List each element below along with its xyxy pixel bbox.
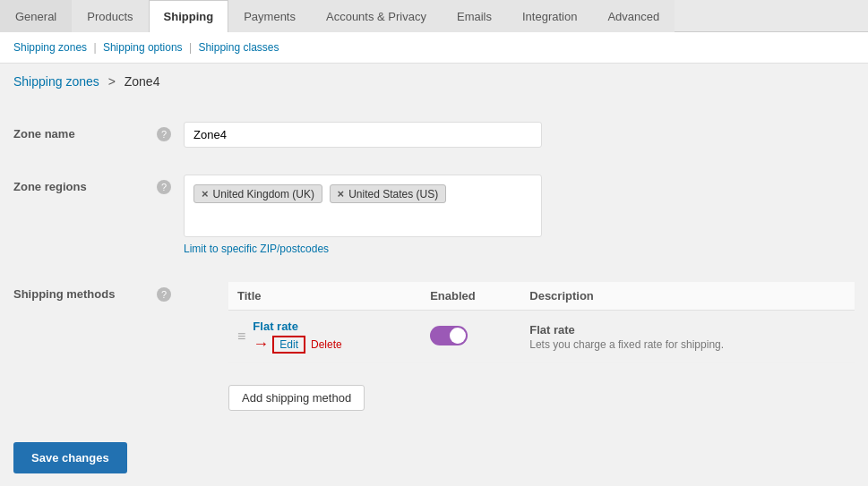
zone-name-input[interactable] [184,122,542,148]
method-enabled-toggle[interactable] [430,326,468,345]
tab-integration[interactable]: Integration [507,0,592,32]
method-name-link[interactable]: Flat rate [253,320,298,333]
zone-regions-field-wrap: × United Kingdom (UK) × United States (U… [184,175,855,255]
region-remove-uk[interactable]: × [202,187,209,200]
tab-general[interactable]: General [0,0,72,32]
delete-method-link[interactable]: Delete [311,338,342,351]
tab-emails[interactable]: Emails [442,0,507,32]
add-shipping-method-button[interactable]: Add shipping method [228,385,365,411]
tab-accounts-privacy[interactable]: Accounts & Privacy [311,0,442,32]
drag-handle-icon[interactable]: ≡ [237,328,245,345]
zone-name-help[interactable]: ? [157,122,184,141]
zone-regions-help[interactable]: ? [157,175,184,194]
add-method-wrap: Add shipping method [184,374,855,411]
zone-regions-row: Zone regions ? × United Kingdom (UK) × U… [13,161,855,269]
tab-advanced[interactable]: Advanced [592,0,675,32]
arrow-right-icon: → [253,335,269,354]
shipping-methods-row: Shipping methods ? Title Enabled Descrip… [13,269,855,424]
shipping-methods-header-row: Title Enabled Description [228,282,855,311]
zone-name-row: Zone name ? [13,108,855,161]
toggle-slider [430,326,468,345]
shipping-methods-help[interactable]: ? [157,282,184,302]
region-tag-us: × United States (US) [330,184,447,203]
th-enabled: Enabled [421,282,520,311]
zone-name-label: Zone name [13,122,157,141]
tabs-bar: General Products Shipping Payments Accou… [0,0,868,32]
breadcrumb-separator: > [108,74,116,89]
shipping-methods-label: Shipping methods [13,282,157,301]
method-title-wrap: ≡ Flat rate → Edit Delete [237,320,412,354]
edit-method-button[interactable]: Edit [272,336,305,354]
zone-name-field-wrap [184,122,855,148]
shipping-methods-table: Title Enabled Description ≡ Flat rat [228,282,855,363]
th-description: Description [520,282,855,311]
method-title-cell: ≡ Flat rate → Edit Delete [228,311,421,363]
table-row: ≡ Flat rate → Edit Delete [228,311,855,363]
region-label-us: United States (US) [348,188,438,200]
shipping-methods-help-icon[interactable]: ? [157,287,171,302]
method-description: Flat rate Lets you charge a fixed rate f… [529,323,846,351]
tab-products[interactable]: Products [72,0,148,32]
breadcrumb-current: Zone4 [125,74,160,89]
method-description-text: Lets you charge a fixed rate for shippin… [529,338,846,351]
subnav-shipping-classes[interactable]: Shipping classes [198,41,279,54]
shipping-methods-field-wrap: Title Enabled Description ≡ Flat rat [184,282,855,411]
content-area: Zone name ? Zone regions ? × United King… [0,99,868,486]
region-label-uk: United Kingdom (UK) [213,188,314,200]
method-enabled-cell [421,311,520,363]
region-remove-us[interactable]: × [338,187,345,200]
th-title: Title [228,282,421,311]
zone-regions-label: Zone regions [13,175,157,193]
zone-regions-box[interactable]: × United Kingdom (UK) × United States (U… [184,175,542,237]
sub-navigation: Shipping zones | Shipping options | Ship… [0,32,868,64]
method-name-group: Flat rate → Edit Delete [253,320,341,354]
method-description-title: Flat rate [529,323,846,337]
save-changes-button[interactable]: Save changes [13,442,127,473]
subnav-shipping-zones[interactable]: Shipping zones [13,41,87,54]
method-description-cell: Flat rate Lets you charge a fixed rate f… [520,311,855,363]
method-name: Flat rate [253,320,341,333]
zone-name-help-icon[interactable]: ? [157,127,171,141]
tab-shipping[interactable]: Shipping [149,0,229,32]
limit-zip-link[interactable]: Limit to specific ZIP/postcodes [184,243,855,255]
region-tag-uk: × United Kingdom (UK) [193,184,322,203]
zone-regions-help-icon[interactable]: ? [157,180,171,194]
method-actions-row: → Edit Delete [253,335,341,354]
breadcrumb-parent-link[interactable]: Shipping zones [13,74,99,89]
shipping-methods-tbody: ≡ Flat rate → Edit Delete [228,311,855,363]
subnav-separator-1: | [93,41,96,54]
shipping-methods-thead: Title Enabled Description [228,282,855,311]
subnav-shipping-options[interactable]: Shipping options [103,41,183,54]
subnav-separator-2: | [189,41,192,54]
tab-payments[interactable]: Payments [228,0,311,32]
breadcrumb: Shipping zones > Zone4 [0,64,868,99]
